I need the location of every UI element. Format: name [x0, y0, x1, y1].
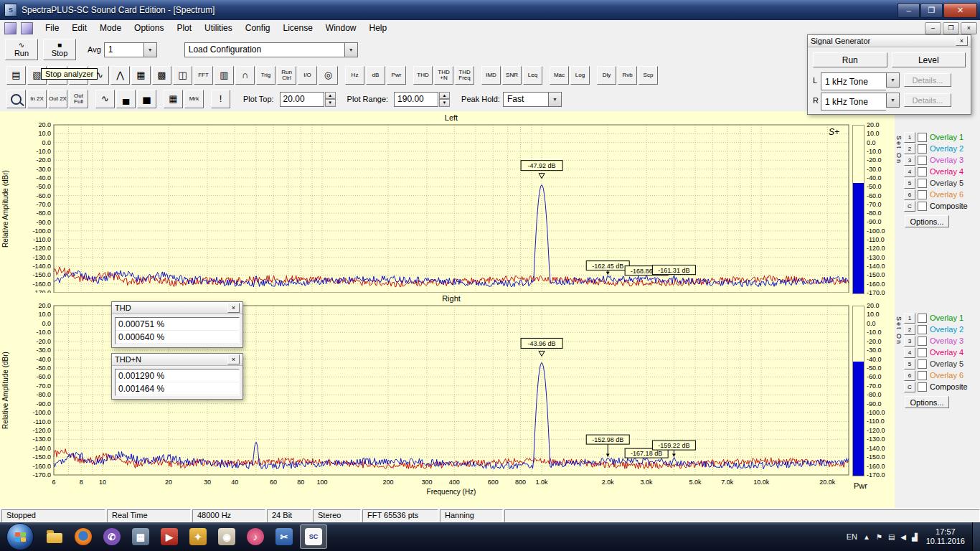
- show-hidden-icons-button[interactable]: ▲: [863, 533, 870, 541]
- zoom-in-2x-button[interactable]: In 2X: [27, 90, 47, 108]
- overlay-on-checkbox-5[interactable]: [918, 359, 927, 369]
- new-config-button[interactable]: ▤: [6, 66, 26, 85]
- mdi-close-button[interactable]: ×: [961, 22, 977, 34]
- overlay-on-checkbox-C[interactable]: [918, 202, 927, 211]
- zoom-out-full-button[interactable]: Out Full: [69, 90, 88, 108]
- reverb-button[interactable]: Rvb: [618, 66, 637, 85]
- log-button[interactable]: Log: [570, 66, 590, 85]
- thd-n-button[interactable]: THD +N: [434, 66, 453, 85]
- plot-range-input[interactable]: 190.00: [394, 92, 438, 107]
- action-center-icon[interactable]: ⚑: [876, 533, 882, 541]
- overlay-on-checkbox-2[interactable]: [918, 325, 927, 334]
- show-desktop-button[interactable]: [972, 522, 980, 551]
- run-control-button[interactable]: Run Ctrl: [277, 66, 296, 85]
- taskbar-snipping-tool[interactable]: ✂: [271, 525, 297, 548]
- start-button[interactable]: [6, 523, 34, 550]
- taskbar-spectraplus[interactable]: SC: [300, 524, 327, 549]
- right-details-button[interactable]: Details...: [904, 93, 951, 107]
- overlay-on-checkbox-4[interactable]: [918, 167, 927, 176]
- menu-plot[interactable]: Plot: [170, 22, 198, 34]
- overlay-set-button-5[interactable]: 5: [904, 178, 915, 189]
- trigger-button[interactable]: Trig: [256, 66, 275, 85]
- child-window-icon[interactable]: [4, 22, 17, 34]
- overlay-options-button[interactable]: Options...: [905, 396, 949, 408]
- menu-license[interactable]: License: [276, 22, 319, 34]
- surface-plot-button[interactable]: ▩: [152, 66, 171, 85]
- overlay-set-button-3[interactable]: 3: [904, 155, 915, 166]
- taskbar-image-tool[interactable]: ✦: [185, 525, 211, 548]
- taskbar-media-player[interactable]: ▶: [156, 525, 182, 548]
- signal-generator-titlebar[interactable]: Signal Generator ×: [808, 35, 971, 47]
- menu-utilities[interactable]: Utilities: [198, 22, 239, 34]
- overlay-set-button-C[interactable]: C: [904, 201, 915, 212]
- mdi-minimize-button[interactable]: –: [925, 22, 941, 34]
- bar-graph-button[interactable]: ▅: [137, 90, 156, 108]
- run-button[interactable]: ∿ Run: [5, 39, 38, 60]
- overlay-set-button-5[interactable]: 5: [904, 359, 915, 369]
- thd-window-close-button[interactable]: ×: [227, 303, 240, 313]
- overlay-set-button-6[interactable]: 6: [904, 189, 915, 200]
- generator-run-button[interactable]: Run: [813, 52, 887, 67]
- taskbar-music[interactable]: ♪: [242, 525, 268, 548]
- overlay-set-button-1[interactable]: 1: [904, 132, 915, 143]
- overlay-options-button[interactable]: Options...: [905, 215, 949, 227]
- language-indicator[interactable]: EN: [847, 532, 857, 541]
- menu-help[interactable]: Help: [363, 22, 394, 34]
- overlay-set-button-1[interactable]: 1: [904, 313, 915, 324]
- plot-range-down-button[interactable]: ▼: [439, 99, 450, 107]
- fft-settings-button[interactable]: FFT: [194, 66, 213, 85]
- peak-hold-dropdown-arrow[interactable]: ▼: [548, 92, 562, 107]
- overlay-set-button-2[interactable]: 2: [904, 324, 915, 335]
- leq-button[interactable]: Leq: [523, 66, 542, 85]
- units-pwr-button[interactable]: Pwr: [387, 66, 406, 85]
- menu-config[interactable]: Config: [239, 22, 277, 34]
- taskbar-calculator[interactable]: ▦: [128, 525, 154, 548]
- overlay-on-checkbox-1[interactable]: [918, 314, 927, 323]
- overlay-set-button-6[interactable]: 6: [904, 370, 915, 381]
- overlay-set-button-C[interactable]: C: [904, 382, 915, 392]
- overlay-set-button-3[interactable]: 3: [904, 336, 915, 347]
- configuration-select[interactable]: Load Configuration ▼: [184, 42, 358, 57]
- plot-top-input[interactable]: 20.00: [280, 92, 324, 107]
- overlay-on-checkbox-6[interactable]: [918, 371, 927, 380]
- generator-button[interactable]: ◎: [319, 66, 338, 85]
- thd-button[interactable]: THD: [413, 66, 433, 85]
- volume-icon[interactable]: ◀: [900, 533, 906, 541]
- zoom-button[interactable]: [6, 90, 26, 108]
- filled-graph-button[interactable]: ▄: [116, 90, 136, 108]
- close-button[interactable]: ✕: [943, 3, 977, 18]
- plot-top-up-button[interactable]: ▲: [325, 92, 336, 100]
- hdd-activity-icon[interactable]: ▤: [888, 533, 895, 541]
- overlay-on-checkbox-5[interactable]: [918, 179, 927, 188]
- plot-top-down-button[interactable]: ▼: [325, 99, 336, 107]
- snr-button[interactable]: SNR: [502, 66, 522, 85]
- menu-options[interactable]: Options: [128, 22, 170, 34]
- generator-level-button[interactable]: Level: [892, 52, 966, 67]
- overlay-on-checkbox-3[interactable]: [918, 156, 927, 165]
- overlay-set-button-2[interactable]: 2: [904, 143, 915, 154]
- macro-button[interactable]: Mac: [550, 66, 569, 85]
- configuration-dropdown-arrow[interactable]: ▼: [344, 42, 358, 57]
- thd-n-window-close-button[interactable]: ×: [227, 354, 240, 364]
- overlay-on-checkbox-4[interactable]: [918, 348, 927, 357]
- avg-select[interactable]: 1 ▼: [104, 42, 157, 57]
- signal-generator-close-button[interactable]: ×: [956, 36, 968, 46]
- minimize-button[interactable]: –: [897, 3, 920, 18]
- line-graph-button[interactable]: ∿: [95, 90, 115, 108]
- taskbar-paint[interactable]: ◉: [214, 525, 240, 548]
- left-details-button[interactable]: Details...: [904, 73, 951, 87]
- overlay-on-checkbox-1[interactable]: [918, 133, 927, 142]
- zoom-out-2x-button[interactable]: Out 2X: [48, 90, 67, 108]
- phase-view-button[interactable]: ◫: [173, 66, 192, 85]
- alarm-button[interactable]: !: [211, 90, 230, 108]
- taskbar-viber[interactable]: ✆: [99, 525, 125, 548]
- imd-button[interactable]: IMD: [481, 66, 501, 85]
- scope-button[interactable]: Scp: [639, 66, 658, 85]
- thd-freq-button[interactable]: THD Freq: [455, 66, 474, 85]
- thd-window-titlebar[interactable]: THD ×: [112, 302, 242, 314]
- overlay-set-button-4[interactable]: 4: [904, 347, 915, 358]
- menu-edit[interactable]: Edit: [65, 22, 93, 34]
- weighting-button[interactable]: ∩: [235, 66, 255, 85]
- overlay-set-button-4[interactable]: 4: [904, 166, 915, 177]
- spectrogram-button[interactable]: ▦: [131, 66, 151, 85]
